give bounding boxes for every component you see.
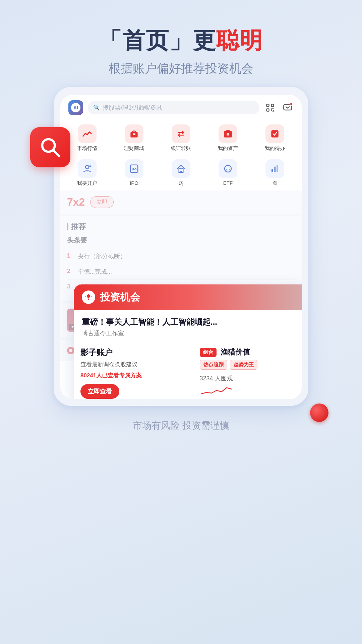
recommend-title: 推荐	[71, 222, 86, 232]
nav-item-ipo[interactable]: IPO IPO	[117, 159, 151, 186]
nav-item-etf[interactable]: ETF ETF	[211, 159, 245, 186]
red-ball-decoration	[310, 404, 328, 422]
svg-point-15	[85, 165, 89, 169]
search-bar[interactable]: 🔍 搜股票/理财/投顾/资讯	[88, 101, 259, 114]
ipo-icon-bg: IPO	[125, 159, 143, 178]
market-icon	[82, 128, 93, 139]
popup-news[interactable]: 重磅！事关人工智能！人工智能崛起... 博古通今工作室	[74, 310, 302, 341]
popup-header-title: 投资机会	[100, 290, 140, 304]
etf-icon: ETF	[223, 164, 233, 174]
banner-text: 7x2	[67, 196, 85, 208]
subheadline: 根据账户偏好推荐投资机会	[0, 60, 362, 77]
popup-header: 投资机会	[74, 284, 302, 310]
svg-point-13	[227, 133, 229, 136]
popup-cards: 影子账户 查看最新调仓换股建议 80241人已查看专属方案 立即查看 组合 渔猎…	[74, 341, 302, 399]
open-account-icon-bg	[78, 159, 97, 178]
svg-rect-28	[88, 299, 89, 300]
svg-rect-4	[267, 109, 269, 111]
popup-card-left: 影子账户 查看最新调仓换股建议 80241人已查看专属方案 立即查看	[74, 341, 193, 399]
bulb-icon	[84, 293, 93, 301]
popup-news-title: 重磅！事关人工智能！人工智能崛起...	[82, 316, 302, 328]
popup-header-icon	[82, 290, 95, 304]
transfer-icon	[176, 128, 186, 139]
nav-item-market[interactable]: 市场行情	[70, 124, 104, 152]
trend-tag: 趋势为王	[230, 360, 257, 370]
news-item-2[interactable]: 2 宁德...完成...	[67, 264, 295, 280]
disclaimer-text: 市场有风险 投资需谨慎	[133, 420, 229, 431]
popup-card-right: 组合 渔猎价值 热点追踪 趋势为王 3234 人围观	[193, 341, 302, 399]
phone-inner: AI 🔍 搜股票/理财/投顾/资讯	[60, 95, 302, 399]
phone-mockup: AI 🔍 搜股票/理财/投顾/资讯	[44, 87, 318, 406]
search-red-box[interactable]	[30, 127, 70, 167]
mini-chart	[200, 384, 302, 398]
svg-text:ETF: ETF	[226, 168, 231, 171]
svg-line-1	[53, 150, 59, 156]
headline: 「首页」更聪明	[0, 27, 362, 54]
popup-news-source: 博古通今工作室	[82, 329, 302, 337]
market-icon-bg	[78, 124, 97, 143]
news-text-1: 央行（部分截断）	[78, 252, 126, 261]
svg-rect-24	[272, 169, 273, 172]
chart2-icon-bg	[265, 159, 284, 178]
search-bar-placeholder: 搜股票/理财/投顾/资讯	[103, 104, 162, 112]
section-title-recommend: 推荐	[67, 222, 295, 232]
title-bar	[67, 223, 68, 230]
svg-rect-21	[180, 171, 182, 172]
search-bar-icon: 🔍	[93, 104, 100, 111]
nav-icons-row2: 我要开户 IPO IPO	[60, 156, 302, 191]
finance-mall-icon	[129, 128, 139, 139]
right-card-title: 渔猎价值	[221, 347, 250, 357]
etf-label: ETF	[223, 180, 233, 186]
count-unit: 人围观	[213, 375, 233, 382]
open-account-icon	[82, 164, 92, 174]
assets-label: 我的资产	[218, 145, 238, 152]
nav-item-assets[interactable]: 我的资产	[211, 124, 245, 152]
ipo-icon: IPO	[129, 164, 139, 174]
svg-text:IPO: IPO	[131, 168, 136, 171]
nav-item-finance-mall[interactable]: 理财商城	[117, 124, 151, 152]
shadow-account-count: 80241人已查看专属方案	[80, 372, 186, 379]
search-icon	[40, 137, 61, 158]
scan-icon-btn[interactable]	[264, 102, 276, 114]
svg-rect-3	[272, 104, 274, 106]
finance-mall-label: 理财商城	[124, 145, 144, 152]
finance-mall-icon-bg	[125, 124, 143, 143]
shadow-account-title: 影子账户	[80, 347, 186, 358]
message-icon-btn[interactable]	[282, 102, 294, 114]
ipo-label: IPO	[130, 180, 138, 186]
right-count: 3234 人围观	[200, 374, 302, 382]
house-icon	[176, 164, 186, 174]
transfer-icon-bg	[172, 124, 190, 143]
investment-popup: 投资机会 重磅！事关人工智能！人工智能崛起... 博古通今工作室 影子账户 查看…	[74, 284, 302, 399]
svg-rect-14	[271, 130, 278, 137]
todo-icon	[269, 128, 280, 139]
chart2-icon	[270, 164, 280, 174]
assets-icon	[223, 128, 233, 139]
chart-svg	[200, 384, 233, 396]
open-account-label: 我要开户	[77, 180, 97, 186]
chart2-label: 图	[273, 180, 278, 186]
nav-item-chart2[interactable]: 图	[258, 159, 292, 186]
headline-red: 聪明	[216, 28, 263, 53]
right-card-tags: 热点追踪 趋势为王	[200, 360, 302, 370]
app-logo-text: AI	[71, 103, 80, 112]
banner-btn[interactable]: 立即	[90, 196, 114, 208]
phone-frame: AI 🔍 搜股票/理财/投顾/资讯	[54, 87, 308, 406]
news-num-1: 1	[67, 252, 74, 259]
nav-item-transfer[interactable]: 银证转账	[164, 124, 198, 152]
nav-item-todo[interactable]: 我的待办	[258, 124, 292, 152]
svg-rect-2	[267, 104, 269, 106]
topbar-icons	[264, 102, 294, 114]
etf-icon-bg: ETF	[219, 159, 237, 178]
svg-rect-25	[274, 166, 276, 172]
bottom-area: 市场有风险 投资需谨慎	[0, 406, 362, 442]
news-item-1[interactable]: 1 央行（部分截断）	[67, 249, 295, 264]
nav-item-house[interactable]: 房	[164, 159, 198, 186]
nav-item-open-account[interactable]: 我要开户	[70, 159, 104, 186]
news-num-2: 2	[67, 268, 74, 275]
view-now-button[interactable]: 立即查看	[80, 384, 119, 399]
banner-area: 7x2 立即	[60, 191, 302, 214]
house-icon-bg	[172, 159, 190, 178]
news-num-3: 3	[67, 283, 74, 290]
invest-dot-inner	[69, 349, 72, 352]
